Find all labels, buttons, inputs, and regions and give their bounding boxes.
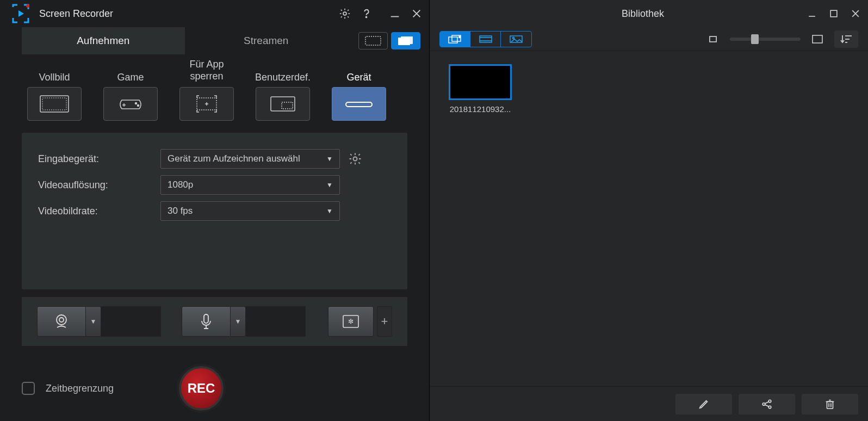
svg-rect-7 [365,36,381,45]
mode-custom-label: Benutzerdef. [255,58,311,84]
record-button[interactable]: REC [179,366,224,411]
input-device-label: Eingabegerät: [38,153,160,165]
library-toolbar [430,27,868,51]
time-limit-checkbox[interactable] [22,382,35,395]
sort-button[interactable] [834,30,858,48]
time-limit-label: Zeitbegrenzung [46,383,114,394]
library-window: Bibliothek 2018112109 [429,0,868,421]
media-filter-group [439,31,532,47]
mode-fullscreen-button[interactable] [27,87,82,121]
recorder-window: Screen Recorder Aufnehmen Stream [0,0,429,421]
thumb-small-icon[interactable] [707,33,719,45]
input-device-dropdown[interactable]: Gerät zum Aufzeichnen auswähl▼ [160,149,340,169]
mode-game-label: Game [117,58,144,84]
mode-lockapp-label: Für App sperren [174,58,239,84]
svg-point-23 [59,318,64,322]
microphone-caret[interactable]: ▼ [231,306,246,337]
svg-line-48 [765,401,768,404]
library-maximize-icon[interactable] [828,8,840,20]
svg-rect-34 [480,36,492,42]
svg-point-33 [458,36,460,38]
settings-icon[interactable] [339,8,351,20]
filter-video-button[interactable] [470,32,501,47]
svg-rect-39 [710,36,716,42]
svg-rect-11 [42,98,66,110]
svg-rect-24 [204,314,208,323]
library-title: Bibliothek [480,8,806,20]
library-close-icon[interactable] [850,8,861,20]
main-tabs: Aufnehmen Streamen [0,27,429,54]
svg-point-14 [135,103,137,104]
app-title: Screen Recorder [39,8,339,20]
overlay-button[interactable]: ✼ [328,306,374,337]
capture-mode-row: Vollbild Game Für App sperren Benutzerde… [0,54,429,125]
resolution-label: Videoauflösung: [38,179,160,191]
svg-rect-20 [282,102,293,109]
thumbnail-image [449,64,512,100]
mode-fullscreen-label: Vollbild [39,58,70,84]
edit-button[interactable] [675,394,732,414]
svg-point-3 [366,17,367,18]
svg-point-2 [343,12,346,15]
help-icon[interactable] [361,8,373,20]
bottom-row: Zeitbegrenzung REC [0,346,429,421]
svg-point-1 [26,4,29,8]
thumbnail-label: 201811210932... [450,104,511,114]
source-row: ▼ ▼ ✼ + [22,297,407,346]
layout-single-button[interactable] [358,32,388,49]
mode-custom-button[interactable] [256,87,310,121]
svg-point-15 [138,105,139,107]
filter-all-button[interactable] [440,32,470,47]
svg-rect-31 [449,37,457,43]
svg-point-21 [354,157,357,161]
svg-text:✼: ✼ [348,318,354,325]
device-settings-panel: Eingabegerät: Gerät zum Aufzeichnen ausw… [22,133,407,289]
mode-device-label: Gerät [346,58,371,84]
mode-game-button[interactable] [103,87,158,121]
svg-rect-9 [401,36,413,44]
mode-device-button[interactable] [332,87,386,121]
share-button[interactable] [739,394,795,414]
svg-point-22 [57,315,66,325]
delete-button[interactable] [802,394,858,414]
library-titlebar: Bibliothek [430,0,868,27]
thumb-large-icon[interactable] [811,33,823,45]
library-grid: 201811210932... [430,51,868,386]
framerate-dropdown[interactable]: 30 fps▼ [160,201,340,221]
input-device-settings-icon[interactable] [348,151,363,166]
svg-point-38 [513,37,514,39]
tab-record[interactable]: Aufnehmen [22,27,185,54]
svg-marker-0 [18,10,24,17]
webcam-caret[interactable]: ▼ [86,306,101,337]
mode-lockapp-button[interactable] [179,87,234,121]
library-minimize-icon[interactable] [806,8,818,20]
microphone-preview [246,306,306,337]
tab-stream[interactable]: Streamen [185,27,348,54]
webcam-preview [101,306,161,337]
library-item[interactable]: 201811210932... [445,64,516,114]
resolution-dropdown[interactable]: 1080p▼ [160,175,340,195]
layout-with-library-button[interactable] [391,32,420,49]
svg-rect-28 [830,10,837,17]
svg-rect-40 [813,35,822,43]
svg-line-49 [765,404,768,406]
filter-image-button[interactable] [501,32,531,47]
library-footer [430,386,868,421]
svg-rect-50 [827,401,833,408]
close-icon[interactable] [411,8,423,20]
webcam-button[interactable] [37,306,86,337]
titlebar: Screen Recorder [0,0,429,27]
thumb-size-slider[interactable] [730,38,801,41]
minimize-icon[interactable] [389,8,401,20]
framerate-label: Videobildrate: [38,206,160,217]
microphone-button[interactable] [182,306,231,337]
slider-thumb[interactable] [751,34,759,44]
add-overlay-button[interactable]: + [377,306,392,337]
app-logo-icon [10,3,32,24]
